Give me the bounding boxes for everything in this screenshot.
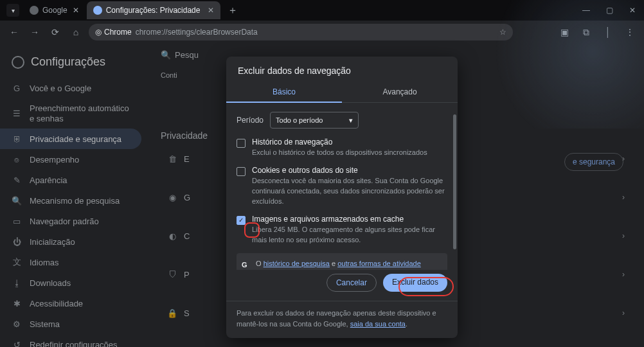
sidebar: Configurações GVocê e o Google ☰Preenchi…: [0, 44, 148, 347]
person-icon: G: [12, 83, 22, 93]
search-icon: 🔍: [12, 195, 22, 206]
close-icon[interactable]: ✕: [208, 6, 214, 15]
tab-dropdown-icon[interactable]: ▾: [6, 4, 19, 17]
minimize-icon[interactable]: ―: [575, 0, 598, 21]
toolbar: ← → ⟳ ⌂ ◎ Chrome chrome://settings/clear…: [0, 21, 644, 44]
tab-label: Google: [42, 6, 67, 15]
link-sign-out[interactable]: saia da sua conta: [350, 320, 406, 328]
checkbox-cookies[interactable]: [237, 167, 246, 176]
reload-icon[interactable]: ⟳: [48, 24, 63, 40]
clear-data-button[interactable]: Excluir dados: [383, 274, 447, 292]
period-row: Período Todo o período ▾: [237, 112, 447, 129]
page-title: Configurações: [31, 55, 105, 69]
dialog-title: Excluir dados de navegação: [226, 57, 458, 82]
extensions-icon[interactable]: ⧉: [578, 24, 594, 40]
dialog-actions: Cancelar Excluir dados: [226, 270, 458, 301]
close-window-icon[interactable]: ✕: [621, 0, 644, 21]
cancel-button[interactable]: Cancelar: [326, 274, 377, 292]
home-icon[interactable]: ⌂: [68, 24, 84, 40]
link-other-activity[interactable]: outras formas de atividade: [337, 260, 421, 267]
chrome-chip: ◎ Chrome: [95, 28, 132, 37]
speed-icon: ⌾: [12, 154, 22, 165]
checkbox-title: Histórico de navegação: [252, 138, 427, 147]
chevron-right-icon: ›: [622, 193, 625, 202]
period-select[interactable]: Todo o período ▾: [270, 112, 359, 129]
period-label: Período: [237, 116, 264, 125]
tab-label: Configurações: Privacidade e s: [106, 6, 202, 15]
checkbox-desc: Desconecta você da maioria dos sites. Su…: [252, 176, 447, 207]
favicon-icon: [30, 6, 39, 15]
sidebar-item-default-browser[interactable]: ▭Navegador padrão: [0, 211, 141, 231]
dialog-tabs: Básico Avançado: [226, 82, 458, 103]
divider-icon: │: [600, 24, 616, 40]
chevron-right-icon: ›: [622, 308, 625, 317]
shield-icon: ⛨: [12, 134, 22, 144]
sidebar-item-search[interactable]: 🔍Mecanismo de pesquisa: [0, 190, 141, 211]
accessibility-icon: ✱: [12, 298, 22, 308]
tab-google[interactable]: Google ✕: [23, 1, 85, 19]
google-info-box: G O histórico de pesquisa e outras forma…: [237, 253, 447, 270]
gear-icon: [12, 56, 24, 69]
system-icon: ⚙: [12, 319, 22, 329]
checkbox-row-cache: ✓ Imagens e arquivos armazenados em cach…: [237, 215, 447, 245]
reset-icon: ↺: [12, 339, 22, 347]
sidebar-item-startup[interactable]: ⏻Inicialização: [0, 231, 141, 252]
new-tab-button[interactable]: ＋: [226, 3, 240, 17]
sidebar-item-you-google[interactable]: GVocê e o Google: [0, 78, 141, 98]
sidebar-item-accessibility[interactable]: ✱Acessibilidade: [0, 293, 141, 314]
brush-icon: ✎: [12, 175, 22, 185]
tab-advanced[interactable]: Avançado: [342, 82, 458, 103]
tab-basic[interactable]: Básico: [226, 82, 342, 103]
sidebar-item-performance[interactable]: ⌾Desempenho: [0, 149, 141, 170]
checkbox-row-history: Histórico de navegação Exclui o históric…: [237, 138, 447, 158]
sidebar-item-languages[interactable]: 文Idiomas: [0, 252, 141, 272]
clear-data-dialog: Excluir dados de navegação Básico Avança…: [226, 57, 458, 338]
browser-icon: ▭: [12, 216, 22, 226]
bookmark-icon[interactable]: ☆: [499, 28, 506, 37]
dialog-body: Período Todo o período ▾ Histórico de na…: [226, 103, 458, 270]
download-icon: ⭳: [12, 278, 22, 288]
chevron-down-icon: ▾: [349, 116, 353, 125]
sidebar-item-privacy[interactable]: ⛨Privacidade e segurança: [0, 129, 141, 149]
maximize-icon[interactable]: ▢: [598, 0, 621, 21]
dialog-footer-note: Para excluir os dados de navegação apena…: [226, 301, 458, 338]
lock-icon: 🔒: [167, 308, 177, 318]
security-chip[interactable]: e segurança: [564, 153, 623, 171]
camera-icon[interactable]: ▣: [557, 24, 572, 40]
list-item[interactable]: ⚙S›utros): [161, 340, 631, 347]
favicon-icon: [93, 6, 102, 15]
checkbox-cache[interactable]: ✓: [237, 216, 246, 225]
language-icon: 文: [12, 257, 22, 267]
sidebar-item-reset[interactable]: ↺Redefinir configurações: [0, 334, 141, 347]
checkbox-desc: Exclui o histórico de todos os dispositi…: [252, 148, 427, 158]
autofill-icon: ☰: [12, 109, 22, 119]
link-search-history[interactable]: histórico de pesquisa: [264, 260, 330, 267]
menu-icon[interactable]: ⋮: [622, 24, 638, 40]
google-icon: G: [242, 260, 247, 270]
checkbox-title: Cookies e outros dados do site: [252, 166, 447, 175]
scrollbar[interactable]: [453, 114, 456, 249]
checkbox-title: Imagens e arquivos armazenados em cache: [252, 215, 447, 224]
back-icon[interactable]: ←: [6, 24, 22, 40]
chevron-right-icon: ›: [622, 231, 625, 240]
power-icon: ⏻: [12, 236, 22, 247]
cookie-icon: ◐: [167, 231, 177, 241]
tab-settings[interactable]: Configurações: Privacidade e s ✕: [87, 1, 220, 19]
url-text: chrome://settings/clearBrowserData: [136, 28, 258, 37]
sidebar-item-downloads[interactable]: ⭳Downloads: [0, 272, 141, 293]
chevron-right-icon: ›: [622, 270, 625, 279]
checkbox-history[interactable]: [237, 139, 246, 148]
sidebar-item-appearance[interactable]: ✎Aparência: [0, 170, 141, 190]
trash-icon: 🗑: [167, 154, 177, 164]
address-bar[interactable]: ◎ Chrome chrome://settings/clearBrowserD…: [89, 24, 513, 40]
forward-icon[interactable]: →: [27, 24, 42, 40]
checkbox-desc: Libera 245 MB. O carregamento de alguns …: [252, 225, 447, 245]
globe-icon: ◉: [167, 192, 177, 202]
close-icon[interactable]: ✕: [73, 6, 79, 15]
privacy-icon: ⛉: [167, 269, 177, 280]
tab-bar: ▾ Google ✕ Configurações: Privacidade e …: [0, 0, 644, 21]
checkbox-row-cookies: Cookies e outros dados do site Desconect…: [237, 166, 447, 207]
sidebar-item-system[interactable]: ⚙Sistema: [0, 314, 141, 334]
sidebar-item-autofill[interactable]: ☰Preenchimento automático e senhas: [0, 98, 141, 129]
settings-header: Configurações: [0, 50, 148, 78]
